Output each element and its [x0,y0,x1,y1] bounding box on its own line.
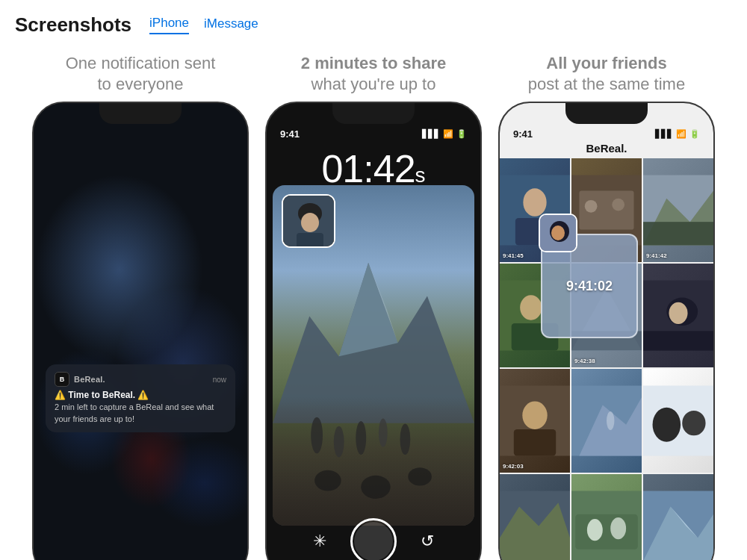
svg-point-40 [607,411,614,430]
cell-bg-12: 9:41:49 [643,474,713,560]
page-container: Screenshots iPhone iMessage One notifica… [0,0,747,560]
svg-point-21 [612,199,624,211]
camera-main [273,185,474,526]
caption2-line1: 2 minutes to share [301,53,446,74]
status-icons3: ▋▋▋ 📶 🔋 [655,129,700,139]
svg-point-16 [523,188,546,217]
shutter-inner [354,522,393,560]
cell-bg-9 [643,369,713,473]
status-time2: 9:41 [280,128,300,140]
wifi-icon: 📶 [443,129,453,139]
svg-point-5 [356,421,366,455]
notif-body: 2 min left to capture a BeReal and see w… [55,402,226,425]
phone1-screen: B BeReal. now ⚠️ Time to BeReal. ⚠️ 2 mi… [34,103,247,560]
people-area [273,396,474,526]
svg-rect-37 [514,429,556,456]
notification-card: B BeReal. now ⚠️ Time to BeReal. ⚠️ 2 mi… [46,364,235,432]
cell-bg-3: 9:41:42 [643,158,713,262]
svg-point-55 [551,225,565,240]
screenshots-row: One notification sent to everyone B BeRe… [15,50,732,560]
grid-cell-12: 9:41:49 [643,474,713,560]
caption1-line2: to everyone [66,74,216,95]
svg-point-7 [400,423,410,455]
camera-controls: ✳ ↺ [267,518,480,560]
caption3-line2: post at the same time [528,74,685,95]
featured-selfie [539,214,577,252]
cell-bg-8 [571,369,642,473]
phone2-screen: 9:41 ▋▋▋ 📶 🔋 01:42s [267,103,480,560]
grid-cell-6 [643,264,713,367]
signal-icon: ▋▋▋ [422,129,440,139]
page-title: Screenshots [15,13,131,37]
camera-bg [273,185,474,526]
grid-cell-11: 9:42:21 [571,474,642,560]
timer-seconds: s [415,164,426,187]
timestamp-1: 9:41:45 [503,252,524,259]
svg-rect-24 [643,222,713,245]
svg-point-26 [520,295,542,320]
grid-cell-8 [571,369,642,473]
selfie-person [283,196,334,246]
grid-cell-7: 9:42:03 [500,369,570,473]
flash-icon[interactable]: ✳ [313,532,326,551]
notch3 [565,103,648,124]
notif-time: now [213,376,226,384]
svg-point-4 [334,426,344,458]
timestamp-3: 9:41:42 [646,252,667,259]
svg-point-10 [408,467,432,485]
battery-icon3: 🔋 [689,129,700,139]
notif-title: ⚠️ Time to BeReal. ⚠️ [55,390,226,400]
caption2-bold: 2 minutes to share [301,54,446,72]
svg-rect-47 [575,514,638,550]
svg-rect-34 [643,331,713,350]
svg-point-20 [585,200,598,213]
svg-marker-1 [339,263,398,356]
caption1-line1: One notification sent [66,53,216,74]
svg-point-3 [311,417,323,453]
notif-app-name: BeReal. [74,375,105,384]
caption1-light: sent [180,54,216,72]
svg-point-9 [361,475,390,498]
tab-group: iPhone iMessage [149,16,258,34]
svg-point-13 [301,213,319,232]
svg-point-33 [669,302,687,324]
notif-header: B BeReal. now [55,372,226,387]
selfie-inset [282,194,335,248]
feed-app-title: BeReal. [500,142,713,155]
caption2-line2: what you're up to [301,74,446,95]
lockscreen-bg [34,103,247,560]
phone3-frame: 9:41 ▋▋▋ 📶 🔋 BeReal. [498,102,715,560]
header: Screenshots iPhone iMessage [15,13,732,37]
caption2: 2 minutes to share what you're up to [301,53,446,94]
camera-status-bar: 9:41 ▋▋▋ 📶 🔋 [267,128,480,140]
shutter-button[interactable] [350,518,397,560]
flip-camera-icon[interactable]: ↺ [421,532,434,551]
cell-bg-10: 9:42:29 [500,474,570,560]
svg-point-36 [522,401,547,429]
phone2-wrapper: 2 minutes to share what you're up to 9:4… [265,53,482,560]
timestamp-7: 9:42:03 [503,463,524,470]
grid-cell-3: 9:41:42 [643,158,713,262]
phone1-frame: B BeReal. now ⚠️ Time to BeReal. ⚠️ 2 mi… [32,102,249,560]
tab-imessage[interactable]: iMessage [204,16,258,34]
svg-rect-14 [297,233,323,248]
caption3-bold: All your friends [546,54,666,72]
cell-bg-11: 9:42:21 [571,474,642,560]
phone3-screen: 9:41 ▋▋▋ 📶 🔋 BeReal. [500,103,713,560]
svg-point-48 [587,519,603,541]
grid-cell-9 [643,369,713,473]
svg-point-43 [682,411,705,435]
notch2 [332,103,415,124]
status-icons2: ▋▋▋ 📶 🔋 [422,129,467,139]
svg-point-42 [653,408,681,442]
caption3-line1: All your friends [528,53,685,74]
caption3: All your friends post at the same time [528,53,685,94]
tab-iphone[interactable]: iPhone [149,16,189,34]
svg-point-49 [610,517,626,539]
mountain-svg [273,236,474,423]
svg-point-6 [379,418,388,447]
people-svg [273,396,474,526]
selfie-svg [283,196,335,248]
cell-bg-6 [643,264,713,367]
feed-grid: 9:41:45 [500,158,713,560]
